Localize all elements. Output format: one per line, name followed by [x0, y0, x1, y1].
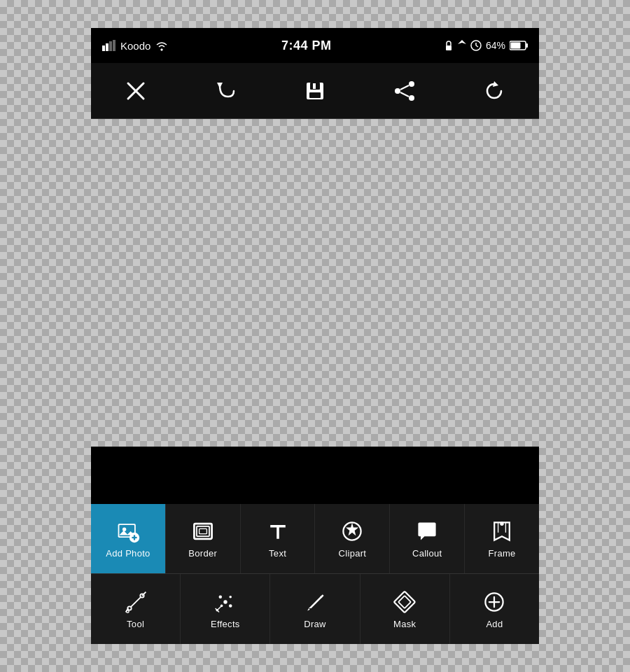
svg-point-26: [122, 528, 126, 531]
svg-line-37: [130, 596, 140, 606]
svg-rect-9: [526, 43, 528, 48]
battery-icon: [510, 41, 528, 50]
callout-button[interactable]: Callout: [390, 504, 465, 573]
battery-percent: 64%: [486, 40, 505, 51]
save-button[interactable]: [287, 70, 343, 112]
mask-label: Mask: [393, 619, 416, 629]
draw-button[interactable]: Draw: [270, 574, 360, 644]
canvas-area[interactable]: [91, 119, 539, 447]
save-icon: [304, 80, 326, 102]
status-right: 64%: [444, 40, 528, 51]
clipart-icon: [340, 519, 365, 544]
bottom-toolbox: Add Photo Border Text: [91, 504, 539, 644]
effects-icon: [213, 589, 238, 615]
signal-icon: [102, 40, 116, 51]
svg-rect-4: [446, 46, 451, 50]
effects-label: Effects: [211, 619, 240, 629]
tool-row-2: Tool Effects: [91, 574, 539, 644]
text-label: Text: [269, 548, 286, 559]
svg-rect-17: [309, 92, 321, 98]
svg-point-41: [223, 600, 227, 603]
status-left: Koodo: [102, 40, 169, 52]
svg-rect-1: [106, 43, 108, 51]
clipart-label: Clipart: [339, 548, 367, 559]
close-icon: [125, 80, 146, 102]
svg-line-22: [400, 92, 409, 97]
border-icon: [190, 519, 216, 544]
svg-point-34: [500, 522, 503, 526]
border-button[interactable]: Border: [166, 504, 241, 573]
svg-rect-0: [102, 46, 105, 51]
tool-label: Tool: [127, 619, 144, 629]
svg-point-39: [126, 610, 129, 612]
add-icon: [482, 589, 507, 615]
svg-point-19: [395, 88, 400, 94]
carrier-name: Koodo: [120, 40, 150, 52]
effects-button[interactable]: Effects: [181, 574, 270, 644]
text-button[interactable]: Text: [241, 504, 316, 573]
svg-point-43: [229, 596, 232, 598]
svg-rect-2: [109, 41, 112, 51]
svg-marker-13: [217, 83, 223, 88]
lock-icon: [444, 40, 454, 51]
draw-label: Draw: [304, 619, 326, 629]
refresh-icon: [483, 80, 505, 102]
mask-button[interactable]: Mask: [360, 574, 450, 644]
svg-rect-3: [113, 40, 115, 51]
svg-point-18: [409, 81, 414, 87]
svg-rect-48: [394, 591, 416, 612]
add-photo-label: Add Photo: [106, 548, 150, 559]
frame-label: Frame: [489, 548, 516, 559]
refresh-button[interactable]: [466, 70, 522, 112]
border-label: Border: [188, 548, 217, 559]
tool-row-1: Add Photo Border Text: [91, 504, 539, 574]
svg-marker-23: [493, 81, 498, 87]
svg-rect-49: [398, 596, 411, 608]
clipart-button[interactable]: Clipart: [315, 504, 390, 573]
undo-button[interactable]: [197, 70, 253, 112]
top-toolbar: [91, 63, 539, 119]
add-label: Add: [486, 619, 503, 629]
tool-button[interactable]: Tool: [91, 574, 181, 644]
share-icon: [393, 80, 416, 102]
status-bar: Koodo 7:44 PM 6: [91, 28, 539, 63]
clock-icon: [470, 40, 482, 51]
draw-icon: [302, 589, 328, 615]
text-icon: [265, 519, 290, 544]
callout-label: Callout: [412, 548, 442, 559]
svg-point-45: [229, 604, 232, 608]
svg-line-7: [476, 46, 478, 47]
svg-line-21: [400, 85, 409, 90]
svg-rect-10: [511, 43, 521, 49]
close-button[interactable]: [108, 70, 164, 112]
mask-icon: [392, 589, 417, 615]
svg-rect-32: [199, 528, 206, 533]
add-photo-icon: [115, 519, 141, 544]
svg-rect-31: [197, 526, 209, 536]
phone-container: Koodo 7:44 PM 6: [91, 28, 539, 644]
wifi-icon: [155, 40, 169, 51]
frame-icon: [489, 519, 514, 544]
svg-point-20: [409, 95, 414, 101]
time-display: 7:44 PM: [281, 38, 332, 53]
add-button[interactable]: Add: [450, 574, 539, 644]
add-photo-button[interactable]: Add Photo: [91, 504, 166, 573]
tool-icon: [123, 589, 148, 615]
location-icon: [458, 40, 466, 51]
callout-icon: [414, 519, 440, 544]
undo-icon: [214, 80, 237, 102]
svg-rect-16: [313, 83, 316, 89]
share-button[interactable]: [377, 70, 433, 112]
svg-point-42: [218, 595, 222, 598]
frame-button[interactable]: Frame: [465, 504, 539, 573]
